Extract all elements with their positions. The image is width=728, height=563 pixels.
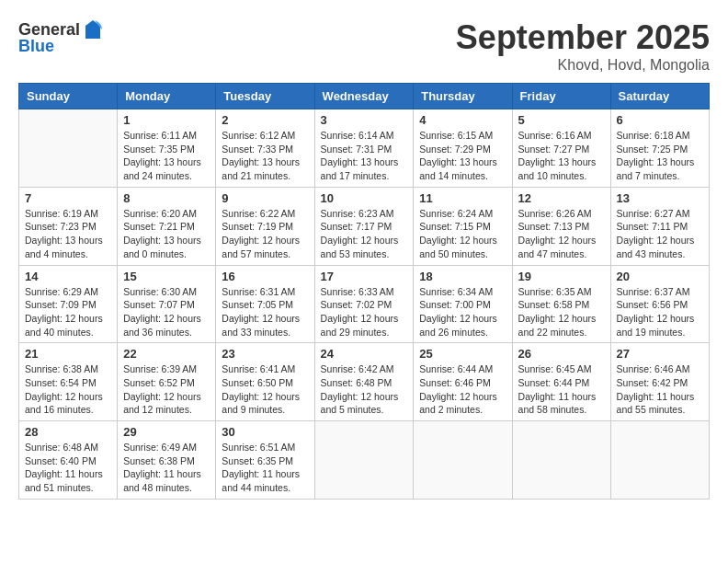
day-number: 22 [123, 347, 210, 361]
day-info: Sunrise: 6:12 AMSunset: 7:33 PMDaylight:… [222, 129, 308, 183]
calendar-cell: 13Sunrise: 6:27 AMSunset: 7:11 PMDayligh… [610, 187, 709, 265]
calendar-cell: 10Sunrise: 6:23 AMSunset: 7:17 PMDayligh… [314, 187, 414, 265]
day-number: 19 [518, 270, 605, 283]
day-number: 15 [123, 270, 210, 283]
weekday-header-tuesday: Tuesday [216, 84, 314, 109]
day-number: 14 [25, 270, 111, 283]
day-number: 24 [321, 347, 408, 361]
calendar-week-1: 1Sunrise: 6:11 AMSunset: 7:35 PMDaylight… [19, 109, 710, 188]
calendar-cell: 21Sunrise: 6:38 AMSunset: 6:54 PMDayligh… [19, 343, 118, 421]
day-number: 4 [419, 113, 506, 127]
calendar-cell [314, 421, 414, 500]
calendar-cell: 15Sunrise: 6:30 AMSunset: 7:07 PMDayligh… [118, 265, 216, 343]
day-info: Sunrise: 6:39 AMSunset: 6:52 PMDaylight:… [123, 362, 210, 417]
day-info: Sunrise: 6:30 AMSunset: 7:07 PMDaylight:… [123, 285, 210, 339]
weekday-header-row: SundayMondayTuesdayWednesdayThursdayFrid… [19, 84, 710, 109]
day-info: Sunrise: 6:23 AMSunset: 7:17 PMDaylight:… [321, 207, 408, 261]
day-number: 10 [321, 191, 408, 205]
calendar-cell: 7Sunrise: 6:19 AMSunset: 7:23 PMDaylight… [19, 187, 118, 265]
day-number: 18 [419, 270, 506, 283]
day-info: Sunrise: 6:22 AMSunset: 7:19 PMDaylight:… [222, 207, 308, 261]
header: General Blue September 2025 Khovd, Hovd,… [18, 18, 710, 74]
day-number: 20 [617, 270, 703, 283]
day-info: Sunrise: 6:48 AMSunset: 6:40 PMDaylight:… [25, 441, 111, 495]
day-info: Sunrise: 6:45 AMSunset: 6:44 PMDaylight:… [518, 362, 605, 417]
logo: General Blue [18, 18, 104, 56]
weekday-header-saturday: Saturday [610, 84, 709, 109]
calendar-cell: 23Sunrise: 6:41 AMSunset: 6:50 PMDayligh… [216, 343, 314, 421]
day-info: Sunrise: 6:41 AMSunset: 6:50 PMDaylight:… [222, 362, 308, 417]
day-info: Sunrise: 6:16 AMSunset: 7:27 PMDaylight:… [518, 129, 605, 183]
calendar-cell: 24Sunrise: 6:42 AMSunset: 6:48 PMDayligh… [314, 343, 414, 421]
day-number: 5 [518, 113, 605, 127]
calendar-week-4: 21Sunrise: 6:38 AMSunset: 6:54 PMDayligh… [19, 343, 710, 421]
day-info: Sunrise: 6:15 AMSunset: 7:29 PMDaylight:… [419, 129, 506, 183]
calendar-cell [610, 421, 709, 500]
weekday-header-monday: Monday [118, 84, 216, 109]
day-number: 9 [222, 191, 308, 205]
day-info: Sunrise: 6:44 AMSunset: 6:46 PMDaylight:… [419, 362, 506, 417]
day-number: 11 [419, 191, 506, 205]
day-info: Sunrise: 6:29 AMSunset: 7:09 PMDaylight:… [25, 285, 111, 339]
day-number: 21 [25, 347, 111, 361]
weekday-header-thursday: Thursday [414, 84, 512, 109]
day-number: 26 [518, 347, 605, 361]
day-info: Sunrise: 6:51 AMSunset: 6:35 PMDaylight:… [222, 441, 308, 495]
weekday-header-sunday: Sunday [19, 84, 118, 109]
month-title: September 2025 [456, 18, 710, 57]
day-number: 27 [617, 347, 703, 361]
day-number: 17 [321, 270, 408, 283]
calendar-cell: 26Sunrise: 6:45 AMSunset: 6:44 PMDayligh… [512, 343, 610, 421]
calendar-cell: 8Sunrise: 6:20 AMSunset: 7:21 PMDaylight… [118, 187, 216, 265]
day-number: 25 [419, 347, 506, 361]
day-number: 29 [123, 425, 210, 439]
calendar-cell: 16Sunrise: 6:31 AMSunset: 7:05 PMDayligh… [216, 265, 314, 343]
day-info: Sunrise: 6:49 AMSunset: 6:38 PMDaylight:… [123, 441, 210, 495]
calendar-cell: 9Sunrise: 6:22 AMSunset: 7:19 PMDaylight… [216, 187, 314, 265]
calendar-cell: 5Sunrise: 6:16 AMSunset: 7:27 PMDaylight… [512, 109, 610, 188]
calendar-cell: 4Sunrise: 6:15 AMSunset: 7:29 PMDaylight… [414, 109, 512, 188]
calendar-cell: 29Sunrise: 6:49 AMSunset: 6:38 PMDayligh… [118, 421, 216, 500]
calendar-cell: 14Sunrise: 6:29 AMSunset: 7:09 PMDayligh… [19, 265, 118, 343]
calendar-cell: 11Sunrise: 6:24 AMSunset: 7:15 PMDayligh… [414, 187, 512, 265]
calendar-cell: 19Sunrise: 6:35 AMSunset: 6:58 PMDayligh… [512, 265, 610, 343]
day-number: 8 [123, 191, 210, 205]
weekday-header-friday: Friday [512, 84, 610, 109]
day-number: 1 [123, 113, 210, 127]
calendar: SundayMondayTuesdayWednesdayThursdayFrid… [18, 83, 710, 500]
calendar-cell [512, 421, 610, 500]
day-info: Sunrise: 6:42 AMSunset: 6:48 PMDaylight:… [321, 362, 408, 417]
day-info: Sunrise: 6:31 AMSunset: 7:05 PMDaylight:… [222, 285, 308, 339]
day-info: Sunrise: 6:46 AMSunset: 6:42 PMDaylight:… [617, 362, 703, 417]
location-title: Khovd, Hovd, Mongolia [456, 57, 710, 74]
calendar-cell [414, 421, 512, 500]
day-number: 28 [25, 425, 111, 439]
day-info: Sunrise: 6:14 AMSunset: 7:31 PMDaylight:… [321, 129, 408, 183]
day-number: 30 [222, 425, 308, 439]
day-info: Sunrise: 6:33 AMSunset: 7:02 PMDaylight:… [321, 285, 408, 339]
calendar-cell: 3Sunrise: 6:14 AMSunset: 7:31 PMDaylight… [314, 109, 414, 188]
day-info: Sunrise: 6:11 AMSunset: 7:35 PMDaylight:… [123, 129, 210, 183]
day-number: 6 [617, 113, 703, 127]
title-area: September 2025 Khovd, Hovd, Mongolia [456, 18, 710, 74]
day-info: Sunrise: 6:26 AMSunset: 7:13 PMDaylight:… [518, 207, 605, 261]
calendar-cell: 1Sunrise: 6:11 AMSunset: 7:35 PMDaylight… [118, 109, 216, 188]
day-info: Sunrise: 6:34 AMSunset: 7:00 PMDaylight:… [419, 285, 506, 339]
calendar-cell: 12Sunrise: 6:26 AMSunset: 7:13 PMDayligh… [512, 187, 610, 265]
calendar-cell [19, 109, 118, 188]
calendar-cell: 2Sunrise: 6:12 AMSunset: 7:33 PMDaylight… [216, 109, 314, 188]
day-number: 16 [222, 270, 308, 283]
day-info: Sunrise: 6:38 AMSunset: 6:54 PMDaylight:… [25, 362, 111, 417]
day-info: Sunrise: 6:19 AMSunset: 7:23 PMDaylight:… [25, 207, 111, 261]
day-number: 3 [321, 113, 408, 127]
day-number: 23 [222, 347, 308, 361]
calendar-cell: 25Sunrise: 6:44 AMSunset: 6:46 PMDayligh… [414, 343, 512, 421]
calendar-week-3: 14Sunrise: 6:29 AMSunset: 7:09 PMDayligh… [19, 265, 710, 343]
day-info: Sunrise: 6:24 AMSunset: 7:15 PMDaylight:… [419, 207, 506, 261]
day-info: Sunrise: 6:35 AMSunset: 6:58 PMDaylight:… [518, 285, 605, 339]
calendar-cell: 20Sunrise: 6:37 AMSunset: 6:56 PMDayligh… [610, 265, 709, 343]
weekday-header-wednesday: Wednesday [314, 84, 414, 109]
logo-blue: Blue [18, 37, 54, 56]
calendar-cell: 18Sunrise: 6:34 AMSunset: 7:00 PMDayligh… [414, 265, 512, 343]
calendar-week-2: 7Sunrise: 6:19 AMSunset: 7:23 PMDaylight… [19, 187, 710, 265]
